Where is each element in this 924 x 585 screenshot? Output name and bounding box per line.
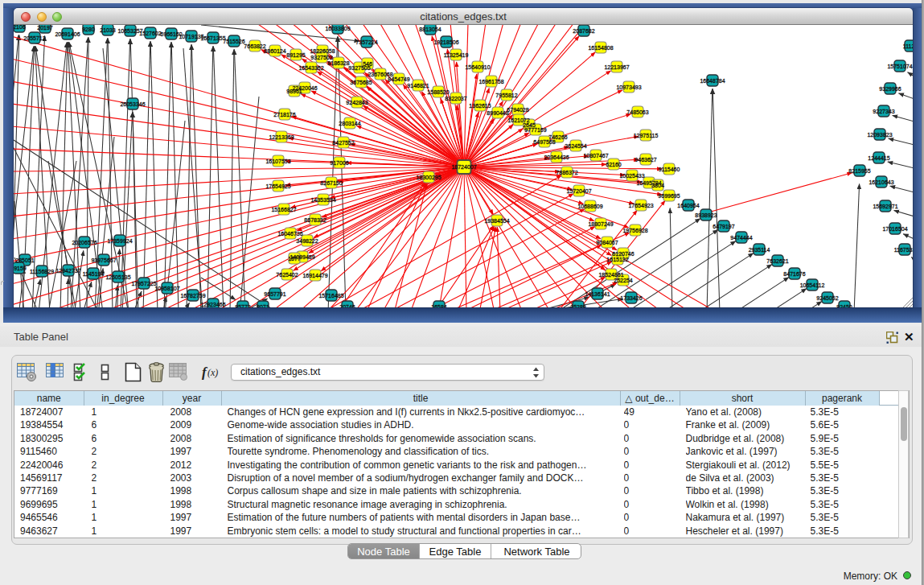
svg-text:16046736: 16046736 (277, 231, 302, 237)
svg-text:15640910: 15640910 (465, 64, 490, 70)
svg-text:21033: 21033 (100, 27, 116, 33)
svg-text:3804: 3804 (651, 183, 664, 188)
svg-text:917006: 917006 (330, 160, 348, 166)
svg-text:8454749: 8454749 (388, 76, 409, 82)
svg-text:8678332: 8678332 (304, 217, 326, 223)
svg-text:1145194: 1145194 (83, 271, 105, 277)
svg-text:15720407: 15720407 (566, 188, 591, 194)
svg-text:3675685: 3675685 (350, 80, 372, 85)
svg-text:12213369: 12213369 (269, 134, 294, 140)
svg-text:2055712: 2055712 (23, 35, 45, 41)
svg-text:9474444: 9474444 (730, 235, 752, 241)
svg-text:15751074: 15751074 (887, 64, 912, 69)
svg-text:8813054: 8813054 (419, 27, 441, 32)
svg-text:2087682: 2087682 (573, 28, 594, 34)
svg-text:16914479: 16914479 (302, 273, 327, 278)
svg-text:9242843: 9242843 (346, 100, 368, 105)
svg-text:2718176: 2718176 (273, 112, 295, 117)
svg-text:16671355: 16671355 (200, 35, 225, 41)
svg-text:18300295: 18300295 (416, 175, 441, 180)
svg-text:17359924: 17359924 (107, 238, 132, 244)
svg-text:8071: 8071 (257, 304, 269, 308)
svg-text:7955812: 7955812 (495, 93, 517, 98)
svg-text:15692971: 15692971 (873, 204, 897, 209)
svg-text:16648784: 16648784 (700, 78, 725, 84)
svg-text:19384554: 19384554 (484, 218, 509, 224)
svg-text:16543362: 16543362 (298, 65, 323, 71)
svg-text:252254: 252254 (614, 278, 632, 283)
svg-text:9245052: 9245052 (816, 295, 838, 301)
svg-text:1167533: 1167533 (894, 247, 913, 253)
svg-text:8427552: 8427552 (332, 140, 354, 146)
svg-text:20746: 20746 (339, 304, 355, 308)
svg-text:7515526: 7515526 (223, 39, 244, 44)
svg-text:1244415: 1244415 (868, 155, 889, 161)
svg-text:10688609: 10688609 (577, 204, 602, 209)
svg-text:93975667: 93975667 (91, 257, 116, 263)
svg-text:14353594: 14353594 (310, 197, 335, 203)
svg-text:35289: 35289 (570, 304, 586, 308)
svg-text:20197: 20197 (37, 25, 53, 31)
svg-text:8322037: 8322037 (445, 96, 466, 101)
svg-text:9329966: 9329966 (879, 86, 901, 92)
svg-text:12923466: 12923466 (200, 302, 225, 307)
svg-text:15716485: 15716485 (318, 293, 343, 299)
svg-text:9280: 9280 (82, 27, 95, 32)
svg-text:7485063: 7485063 (626, 109, 648, 115)
svg-text:12093823: 12093823 (867, 132, 892, 138)
svg-text:7632621: 7632621 (766, 258, 788, 264)
svg-text:7663822: 7663822 (244, 43, 265, 49)
svg-text:15166827: 15166827 (271, 207, 296, 212)
svg-text:10025433: 10025433 (619, 173, 644, 179)
svg-text:8860124: 8860124 (264, 48, 285, 54)
svg-text:98961: 98961 (286, 89, 302, 94)
svg-text:9084067: 9084067 (596, 240, 618, 245)
svg-text:6120746: 6120746 (612, 251, 634, 257)
svg-text:17654923: 17654923 (628, 203, 653, 208)
svg-text:9777169: 9777169 (524, 127, 546, 133)
svg-text:8938923: 8938923 (695, 212, 717, 218)
svg-text:12975115: 12975115 (634, 133, 659, 138)
svg-text:546: 546 (363, 61, 372, 67)
svg-text:6497568: 6497568 (533, 139, 555, 145)
svg-text:17654925: 17654925 (265, 183, 290, 189)
svg-text:10654112: 10654112 (800, 282, 825, 288)
svg-text:20206576: 20206576 (72, 240, 97, 245)
svg-text:95772: 95772 (235, 304, 251, 308)
svg-text:2803144: 2803144 (339, 121, 360, 126)
svg-text:16584: 16584 (431, 304, 447, 308)
svg-text:12942737: 12942737 (55, 268, 80, 274)
svg-text:8990448: 8990448 (487, 110, 508, 116)
svg-text:10958107: 10958107 (154, 286, 179, 291)
svg-text:18807249: 18807249 (588, 221, 613, 227)
svg-text:9327503: 9327503 (310, 55, 332, 60)
svg-text:16154808: 16154808 (588, 45, 613, 51)
svg-text:285051: 285051 (15, 257, 34, 263)
svg-text:1588520: 1588520 (427, 89, 449, 95)
svg-text:18724007: 18724007 (451, 164, 476, 170)
svg-text:1527602: 1527602 (139, 31, 161, 36)
svg-text:19756928: 19756928 (622, 228, 647, 233)
svg-text:9463627: 9463627 (634, 157, 656, 163)
svg-text:2106: 2106 (14, 25, 26, 30)
svg-text:8471676: 8471676 (783, 271, 805, 277)
svg-text:7357224: 7357224 (355, 39, 377, 45)
svg-text:16107553: 16107553 (265, 159, 290, 164)
svg-text:1362615: 1362615 (469, 103, 491, 109)
svg-text:7625402: 7625402 (276, 272, 298, 278)
svg-text:10807467: 10807467 (583, 153, 608, 159)
svg-text:9146821: 9146821 (407, 83, 429, 89)
svg-text:9699695: 9699695 (658, 193, 680, 199)
svg-text:6794028: 6794028 (507, 107, 528, 113)
svg-text:12505135: 12505135 (105, 274, 130, 280)
svg-text:8267150: 8267150 (320, 180, 342, 186)
svg-text:16033809: 16033809 (325, 26, 350, 31)
svg-text:16782759: 16782759 (180, 293, 205, 299)
svg-text:9657791: 9657791 (264, 291, 285, 297)
svg-text:(x): (x) (207, 367, 218, 378)
svg-text:10973493: 10973493 (616, 84, 641, 90)
svg-text:3624554: 3624554 (565, 143, 586, 149)
svg-text:16210643: 16210643 (869, 179, 893, 185)
svg-text:20691406: 20691406 (55, 31, 80, 37)
svg-text:92450: 92450 (836, 304, 852, 308)
